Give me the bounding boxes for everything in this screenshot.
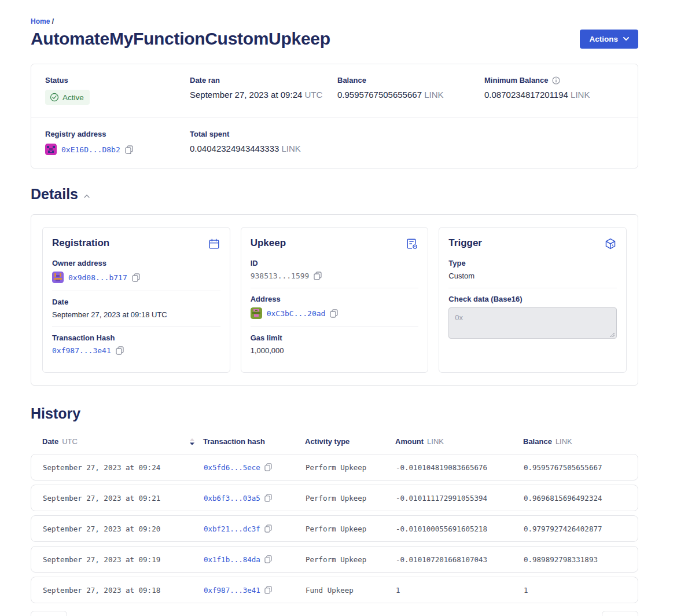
copy-upkeep-address-icon[interactable] bbox=[330, 309, 338, 318]
trigger-type-label: Type bbox=[448, 259, 617, 267]
chevron-down-icon bbox=[623, 37, 629, 41]
row-activity: Perform Upkeep bbox=[306, 494, 396, 503]
row-date: September 27, 2023 at 09:24 bbox=[43, 463, 204, 472]
row-balance: 0.989892798331893 bbox=[524, 555, 626, 564]
title-row: AutomateMyFunctionCustomUpkeep Actions bbox=[31, 29, 638, 49]
check-circle-icon bbox=[50, 93, 59, 102]
upkeep-id-value: 938513...1599 bbox=[251, 272, 310, 280]
table-row: September 27, 2023 at 09:18 0xf987...3e4… bbox=[31, 577, 638, 603]
col-date[interactable]: Date UTC bbox=[42, 437, 203, 446]
breadcrumb-home-link[interactable]: Home bbox=[31, 17, 50, 25]
min-balance-label: Minimum Balance bbox=[484, 76, 549, 85]
breadcrumb: Home / bbox=[31, 17, 638, 25]
tx-hash-link[interactable]: 0xbf21...dc3f bbox=[204, 525, 260, 533]
sort-date-icon[interactable] bbox=[189, 438, 195, 446]
breadcrumb-separator: / bbox=[52, 17, 54, 25]
copy-tx-hash-icon[interactable] bbox=[264, 586, 272, 594]
history-table: Date UTC Transaction hash Activity type … bbox=[31, 437, 638, 616]
row-hash: 0x5fd6...5ece bbox=[204, 463, 306, 472]
calendar-icon bbox=[208, 237, 220, 250]
row-date: September 27, 2023 at 09:18 bbox=[43, 586, 204, 595]
balance-value: 0.9595767505655667 bbox=[337, 90, 422, 100]
row-amount: 1 bbox=[396, 586, 524, 595]
upkeep-address-label: Address bbox=[251, 295, 419, 303]
total-spent-field: Total spent 0.04042324943443333 LINK bbox=[190, 130, 337, 155]
status-badge: Active bbox=[45, 90, 90, 105]
row-date: September 27, 2023 at 09:21 bbox=[43, 494, 204, 503]
copy-upkeep-id-icon[interactable] bbox=[314, 272, 322, 280]
trigger-type-value: Custom bbox=[448, 272, 617, 280]
table-row: September 27, 2023 at 09:19 0x1f1b...84d… bbox=[31, 546, 638, 573]
row-amount: -0.010107201668107043 bbox=[396, 555, 524, 564]
registry-field: Registry address 0xE16D...D8b2 bbox=[45, 130, 190, 155]
owner-address-field: Owner address 0x9d08...b717 bbox=[52, 252, 220, 291]
tx-hash-link[interactable]: 0x1f1b...84da bbox=[204, 555, 260, 564]
registration-date-label: Date bbox=[52, 298, 220, 306]
row-activity: Perform Upkeep bbox=[306, 525, 396, 533]
total-spent-value: 0.04042324943443333 bbox=[190, 144, 279, 153]
document-gear-icon bbox=[406, 237, 418, 250]
owner-address-link[interactable]: 0x9d08...b717 bbox=[68, 273, 127, 282]
status-field: Status Active bbox=[45, 76, 190, 105]
total-spent-unit: LINK bbox=[282, 144, 301, 153]
check-data-field: Check data (Base16) bbox=[448, 288, 617, 349]
collapse-chevron-up-icon[interactable] bbox=[84, 195, 90, 198]
row-date: September 27, 2023 at 09:20 bbox=[43, 525, 204, 533]
registration-card: Registration Owner address bbox=[42, 227, 230, 373]
date-ran-field: Date ran September 27, 2023 at 09:24 UTC bbox=[190, 76, 337, 105]
row-balance: 0.9797927426402877 bbox=[524, 525, 626, 533]
owner-address-label: Owner address bbox=[52, 259, 220, 267]
gas-limit-value: 1,000,000 bbox=[251, 346, 419, 355]
details-card: Registration Owner address bbox=[31, 214, 638, 386]
copy-tx-hash-icon[interactable] bbox=[264, 525, 272, 533]
col-activity-type: Activity type bbox=[305, 437, 395, 446]
registration-date-field: Date September 27, 2023 at 09:18 UTC bbox=[52, 291, 220, 327]
balance-label: Balance bbox=[337, 76, 484, 85]
registry-label: Registry address bbox=[45, 130, 190, 138]
prev-button[interactable]: Prev bbox=[31, 611, 67, 616]
registration-tx-link[interactable]: 0xf987...3e41 bbox=[52, 346, 111, 355]
transaction-hash-label: Transaction Hash bbox=[52, 333, 220, 342]
cube-icon bbox=[604, 237, 617, 250]
row-balance: 1 bbox=[524, 586, 626, 595]
upkeep-address-link[interactable]: 0xC3bC...20ad bbox=[267, 309, 326, 318]
upkeep-id-label: ID bbox=[251, 259, 419, 267]
registry-identicon bbox=[45, 144, 57, 155]
status-value: Active bbox=[62, 93, 84, 102]
status-label: Status bbox=[45, 76, 190, 85]
copy-owner-address-icon[interactable] bbox=[132, 273, 140, 282]
balance-field: Balance 0.9595767505655667 LINK bbox=[337, 76, 484, 105]
trigger-card: Trigger Type Custom Check data (Base16) bbox=[439, 227, 627, 373]
actions-button[interactable]: Actions bbox=[580, 30, 638, 49]
check-data-textarea[interactable] bbox=[448, 307, 617, 339]
tx-hash-link[interactable]: 0xf987...3e41 bbox=[204, 586, 260, 595]
registry-address-link[interactable]: 0xE16D...D8b2 bbox=[61, 145, 120, 154]
info-icon[interactable] bbox=[552, 76, 560, 85]
page-title: AutomateMyFunctionCustomUpkeep bbox=[31, 29, 330, 49]
registration-date-value: September 27, 2023 at 09:18 UTC bbox=[52, 310, 220, 319]
min-balance-value: 0.0870234817201194 bbox=[484, 90, 568, 100]
copy-tx-hash-icon[interactable] bbox=[264, 555, 272, 563]
trigger-title: Trigger bbox=[448, 237, 482, 249]
tx-hash-link[interactable]: 0xb6f3...03a5 bbox=[204, 494, 260, 503]
row-hash: 0xb6f3...03a5 bbox=[204, 494, 306, 503]
history-table-header: Date UTC Transaction hash Activity type … bbox=[31, 437, 638, 446]
history-heading: History bbox=[31, 405, 80, 422]
row-hash: 0x1f1b...84da bbox=[204, 555, 306, 564]
min-balance-unit: LINK bbox=[571, 90, 590, 100]
col-amount: Amount LINK bbox=[395, 437, 523, 446]
balance-unit: LINK bbox=[424, 90, 443, 100]
next-button[interactable]: Next bbox=[602, 611, 638, 616]
copy-tx-hash-icon[interactable] bbox=[264, 463, 272, 471]
copy-tx-hash-icon[interactable] bbox=[264, 494, 272, 502]
summary-row-1: Status Active Date ran September 27, 202… bbox=[31, 64, 638, 118]
row-activity: Perform Upkeep bbox=[306, 555, 396, 564]
date-ran-suffix: UTC bbox=[304, 90, 322, 100]
history-section-head: History bbox=[31, 405, 638, 422]
row-activity: Fund Upkeep bbox=[306, 586, 396, 595]
check-data-label: Check data (Base16) bbox=[448, 295, 617, 303]
actions-button-label: Actions bbox=[589, 35, 618, 43]
copy-registry-address-icon[interactable] bbox=[125, 145, 133, 154]
copy-registration-tx-icon[interactable] bbox=[116, 346, 124, 355]
tx-hash-link[interactable]: 0x5fd6...5ece bbox=[204, 463, 260, 472]
